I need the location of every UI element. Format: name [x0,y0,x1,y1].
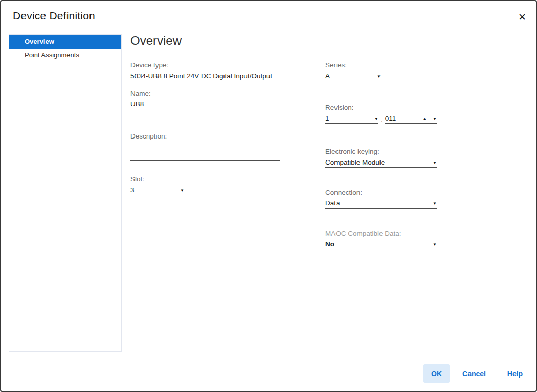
name-value: UB8 [130,100,144,108]
revision-minor-spinner[interactable]: 011 ▲ ▼ [385,113,437,124]
series-dropdown[interactable]: A ▼ [325,71,381,81]
page-title: Overview [130,34,182,48]
connection-label: Connection: [325,188,437,197]
name-label: Name: [130,88,280,98]
maoc-compatible-data-label: MAOC Compatible Data: [325,228,437,238]
connection-value: Data [325,199,340,207]
sidebar: Overview Point Assignments [9,34,122,352]
maoc-compatible-data-field: MAOC Compatible Data: No ▼ [325,228,437,249]
series-label: Series: [325,60,381,70]
cancel-button[interactable]: Cancel [458,364,490,383]
dialog-title: Device Definition [13,10,95,22]
device-type-label: Device type: [130,60,280,70]
name-field: Name: UB8 [130,88,280,109]
maoc-compatible-data-dropdown[interactable]: No ▼ [325,239,437,249]
connection-field: Connection: Data ▼ [325,188,437,209]
name-input[interactable]: UB8 [130,99,280,109]
sidebar-item-point-assignments[interactable]: Point Assignments [9,49,121,62]
close-icon[interactable]: ✕ [516,10,529,24]
revision-minor-value: 011 [385,114,396,123]
chevron-down-icon: ▼ [374,116,378,123]
slot-dropdown[interactable]: 3 ▼ [130,185,184,195]
chevron-down-icon: ▼ [377,73,381,80]
revision-major-dropdown[interactable]: 1 ▼ [325,113,378,124]
chevron-down-icon: ▼ [433,241,437,248]
electronic-keying-label: Electronic keying: [325,147,437,156]
series-value: A [325,72,330,80]
revision-field: Revision: 1 ▼ . 011 ▲ ▼ [325,103,437,124]
help-button[interactable]: Help [500,364,530,383]
revision-label: Revision: [325,103,437,112]
slot-field: Slot: 3 ▼ [130,174,184,195]
description-input[interactable] [130,151,280,161]
sidebar-item-overview[interactable]: Overview [9,35,121,49]
series-field: Series: A ▼ [325,60,381,81]
device-definition-dialog: Device Definition ✕ Overview Point Assig… [0,0,537,392]
device-type-value: 5034-UB8 8 Point 24V DC Digital Input/Ou… [130,71,280,81]
connection-dropdown[interactable]: Data ▼ [325,198,437,209]
chevron-down-icon: ▼ [433,200,437,207]
electronic-keying-field: Electronic keying: Compatible Module ▼ [325,147,437,168]
device-type-field: Device type: 5034-UB8 8 Point 24V DC Dig… [130,60,280,81]
spin-down-icon[interactable]: ▼ [433,116,437,123]
description-field: Description: [130,131,280,161]
slot-label: Slot: [130,174,184,184]
spin-up-icon[interactable]: ▲ [422,116,427,123]
slot-value: 3 [130,186,135,194]
maoc-compatible-data-value: No [325,240,334,248]
revision-major-value: 1 [325,114,329,123]
electronic-keying-value: Compatible Module [325,158,385,167]
chevron-down-icon: ▼ [180,187,184,194]
revision-separator: . [381,117,383,124]
ok-button[interactable]: OK [423,364,450,383]
electronic-keying-dropdown[interactable]: Compatible Module ▼ [325,157,437,168]
chevron-down-icon: ▼ [433,159,437,167]
description-label: Description: [130,131,280,141]
